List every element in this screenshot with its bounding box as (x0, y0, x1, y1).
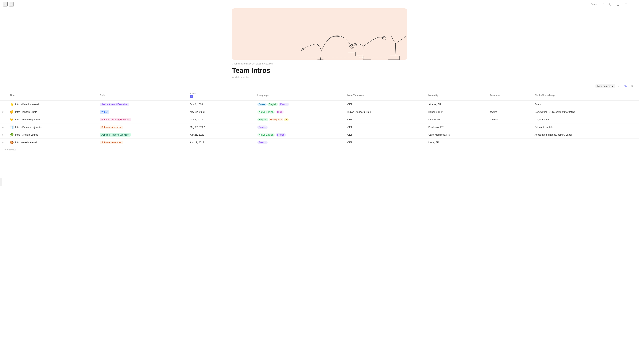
table-row[interactable]: 1🌟Intro - Katerina AlexakiSenior Account… (0, 100, 639, 108)
svg-point-2 (301, 48, 304, 51)
svg-point-4 (354, 43, 356, 46)
info-icon[interactable]: ⓘ (608, 2, 613, 6)
row-role[interactable]: Software developer (98, 139, 188, 146)
row-city: Athens, GR (426, 100, 487, 108)
row-emoji: 📊 (10, 125, 14, 129)
more-icon[interactable]: ··· (632, 2, 636, 6)
row-title[interactable]: 🌿Intro - Angela Legras (8, 131, 98, 139)
col-header-pronouns[interactable]: Pronouns (487, 90, 532, 100)
star-icon[interactable]: ☆ (601, 2, 606, 6)
page-title[interactable]: Team Intros (232, 66, 407, 74)
row-timezone: Indian Standard Time ( (345, 108, 426, 116)
row-number: 1 (0, 100, 8, 108)
row-role[interactable]: Admin & Finance Specialist (98, 131, 188, 139)
row-title[interactable]: 📊Intro - Damien Lajarretie (8, 124, 98, 131)
col-header-role[interactable]: Role (98, 90, 188, 100)
row-pronouns (487, 131, 532, 139)
page-description[interactable]: Add description (232, 76, 407, 79)
row-languages: Native EnglishHindi (255, 108, 345, 116)
row-timezone: CET (345, 124, 426, 131)
row-title[interactable]: ✊Intro - Ishaan Gupta (8, 108, 98, 116)
add-doc-button[interactable]: + New doc (0, 146, 639, 153)
row-languages: GreekEnglishFrench (255, 100, 345, 108)
col-header-arrival[interactable]: Arrival ↑ (188, 90, 255, 100)
role-badge: Admin & Finance Specialist (100, 133, 131, 136)
row-role[interactable]: Partner Marketing Manager (98, 116, 188, 124)
col-header-city[interactable]: Main city (426, 90, 487, 100)
svg-point-1 (350, 45, 353, 48)
dropdown-chevron-icon: ▾ (612, 85, 613, 88)
share-button[interactable]: Share (591, 3, 598, 6)
table-container: New comers ▾ (0, 82, 639, 153)
row-timezone: CET (345, 100, 426, 108)
row-title[interactable]: 🤝Intro - Elisa Reggiardo (8, 116, 98, 124)
top-nav: ← → Share ☆ ⓘ 💬 ☰ ··· (0, 0, 639, 8)
row-pronouns (487, 139, 532, 146)
meta-area: Charley edited Nov 28, 2023 at 4:12 PM (232, 62, 407, 65)
row-arrival: Nov 22, 2023 (188, 108, 255, 116)
row-role[interactable]: Software developer (98, 124, 188, 131)
col-header-field[interactable]: Field of knowledge (532, 90, 639, 100)
role-badge: Writer (100, 110, 109, 114)
language-tag: French (278, 103, 289, 106)
meta-edited-text: Charley edited Nov 28, 2023 at 4:12 PM (232, 62, 272, 65)
nav-left: ← → (3, 2, 14, 6)
nav-right: Share ☆ ⓘ 💬 ☰ ··· (591, 2, 636, 6)
row-field (532, 139, 639, 146)
row-languages: Native EnglishFrench (255, 131, 345, 139)
row-timezone: CET (345, 131, 426, 139)
row-city: Laval, FR (426, 139, 487, 146)
row-title-text: Intro - Katerina Alexaki (15, 103, 40, 106)
sort-button[interactable] (623, 83, 628, 88)
svg-point-6 (632, 86, 632, 86)
row-emoji: 🍪 (10, 140, 14, 144)
row-title-text: Intro - Alexis Avenel (15, 141, 37, 144)
col-header-languages[interactable]: Languages (255, 90, 345, 100)
row-field: Fullstack, mobile (532, 124, 639, 131)
language-tag: Portuguese (269, 118, 283, 121)
row-role[interactable]: Senior Account Executive (98, 100, 188, 108)
table-row[interactable]: 6🍪Intro - Alexis AvenelSoftware develope… (0, 139, 639, 146)
table-row[interactable]: 4📊Intro - Damien LajarretieSoftware deve… (0, 124, 639, 131)
language-tag: Native English (257, 110, 275, 114)
language-tag: S (284, 118, 289, 121)
table-row[interactable]: 5🌿Intro - Angela LegrasAdmin & Finance S… (0, 131, 639, 139)
row-emoji: 🌟 (10, 102, 14, 106)
table-row[interactable]: 2✊Intro - Ishaan GuptaWriterNov 22, 2023… (0, 108, 639, 116)
language-tag: French (257, 126, 268, 129)
sort-active-icon: ↑ (190, 95, 193, 98)
col-header-timezone[interactable]: Main Time zone (345, 90, 426, 100)
row-title-text: Intro - Angela Legras (15, 133, 38, 136)
table-row[interactable]: 3🤝Intro - Elisa ReggiardoPartner Marketi… (0, 116, 639, 124)
row-timezone: CET (345, 116, 426, 124)
row-title[interactable]: 🍪Intro - Alexis Avenel (8, 139, 98, 146)
row-role[interactable]: Writer (98, 108, 188, 116)
back-button[interactable]: ← (3, 2, 8, 6)
row-timezone: CET (345, 139, 426, 146)
col-header-title[interactable]: Title (8, 90, 98, 100)
row-title[interactable]: 🌟Intro - Katerina Alexaki (8, 100, 98, 108)
col-header-num (0, 90, 8, 100)
settings-button[interactable] (629, 83, 634, 88)
row-number: 2 (0, 108, 8, 116)
forward-button[interactable]: → (9, 2, 14, 6)
menu-icon[interactable]: ☰ (624, 2, 628, 6)
role-badge: Software developer (100, 126, 122, 129)
hero-illustration (232, 8, 407, 60)
row-city: Bengaluru, IN (426, 108, 487, 116)
role-badge: Partner Marketing Manager (100, 118, 131, 121)
row-title-text: Intro - Damien Lajarretie (15, 126, 42, 128)
row-field: Copywriting, SEO, content marketing (532, 108, 639, 116)
comment-icon[interactable]: 💬 (616, 2, 621, 6)
filter-button[interactable] (616, 83, 622, 88)
row-arrival: May 23, 2022 (188, 124, 255, 131)
row-pronouns: he/him (487, 108, 532, 116)
row-languages: French (255, 124, 345, 131)
row-field: Accounting, finance, admin, Excel (532, 131, 639, 139)
row-city: Lisbon, PT (426, 116, 487, 124)
row-arrival: Apr 11, 2022 (188, 139, 255, 146)
newcomers-filter-button[interactable]: New comers ▾ (596, 84, 615, 88)
row-field: Sales (532, 100, 639, 108)
row-title-text: Intro - Ishaan Gupta (15, 110, 37, 113)
row-languages: French (255, 139, 345, 146)
